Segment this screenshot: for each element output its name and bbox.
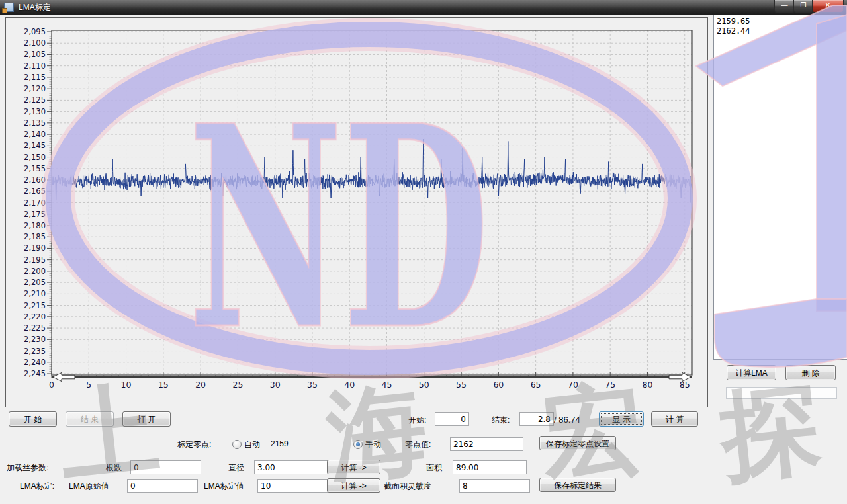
svg-text:2,195: 2,195: [24, 255, 46, 265]
svg-text:20: 20: [195, 380, 206, 390]
svg-text:2,160: 2,160: [24, 175, 46, 185]
lma-calib-label: LMA标定:: [20, 481, 54, 492]
chart-panel: 2,0952,1002,1052,1102,1152,1202,1252,130…: [5, 17, 708, 407]
svg-text:2,135: 2,135: [24, 118, 46, 128]
save-zero-settings-button[interactable]: 保存标定零点设置: [539, 436, 616, 450]
svg-text:2,130: 2,130: [24, 107, 46, 116]
list-item[interactable]: 2159.65: [717, 17, 847, 26]
svg-text:2,225: 2,225: [24, 323, 46, 333]
diameter-label: 直径: [228, 462, 244, 474]
svg-text:2,215: 2,215: [24, 301, 46, 310]
open-button[interactable]: 打 开: [122, 411, 171, 427]
start-pos-label: 开始:: [408, 415, 426, 426]
svg-text:2,150: 2,150: [24, 153, 46, 162]
svg-text:2,190: 2,190: [24, 243, 46, 253]
auto-radio[interactable]: [232, 440, 242, 449]
svg-text:15: 15: [158, 380, 169, 390]
zero-point-label: 标定零点:: [177, 439, 211, 450]
calc-button[interactable]: 计 算: [651, 411, 698, 427]
wire-count-label: 根数: [106, 462, 122, 474]
svg-text:10: 10: [121, 380, 132, 390]
close-button[interactable]: ✕: [812, 0, 844, 13]
delete-button[interactable]: 删 除: [785, 365, 836, 380]
svg-text:25: 25: [232, 380, 243, 390]
svg-text:75: 75: [605, 380, 615, 390]
svg-text:2,200: 2,200: [24, 267, 46, 276]
svg-text:2,120: 2,120: [24, 84, 46, 93]
svg-text:50: 50: [419, 380, 429, 390]
svg-text:55: 55: [456, 380, 467, 390]
svg-text:2,170: 2,170: [24, 198, 46, 208]
svg-text:35: 35: [307, 380, 318, 390]
svg-text:2,165: 2,165: [24, 187, 46, 196]
start-button[interactable]: 开 始: [9, 411, 57, 427]
minimize-icon: —: [781, 1, 788, 9]
wire-params-label: 加载丝参数:: [7, 462, 48, 474]
calc-area-button[interactable]: 计算 ->: [327, 460, 380, 474]
lma-calib-input[interactable]: [257, 479, 328, 493]
svg-text:0: 0: [49, 380, 54, 390]
svg-text:2,140: 2,140: [24, 130, 46, 139]
svg-text:2,115: 2,115: [24, 73, 46, 82]
lma-orig-label: LMA原始值: [69, 481, 109, 492]
area-label: 面积: [426, 462, 442, 474]
svg-text:2,105: 2,105: [24, 50, 46, 59]
close-icon: ✕: [825, 1, 830, 9]
zero-value-label: 零点值:: [405, 439, 431, 450]
svg-text:45: 45: [382, 380, 392, 390]
diameter-input[interactable]: [254, 460, 328, 474]
sensitivity-label: 截面积灵敏度: [384, 481, 431, 492]
svg-text:2,110: 2,110: [24, 62, 46, 71]
manual-radio-label[interactable]: 手动: [365, 439, 381, 450]
wire-count-input[interactable]: [130, 460, 201, 474]
svg-text:65: 65: [531, 380, 541, 390]
save-calib-result-button[interactable]: 保存标定结果: [539, 478, 616, 492]
end-pos-label: 结束:: [492, 415, 510, 426]
lma-orig-input[interactable]: [127, 479, 198, 493]
svg-text:70: 70: [568, 380, 578, 390]
auto-zero-value: 2159: [271, 439, 289, 448]
svg-text:2,145: 2,145: [24, 141, 46, 150]
svg-text:2,095: 2,095: [24, 27, 46, 36]
svg-text:5: 5: [86, 380, 91, 390]
svg-text:2,220: 2,220: [24, 312, 46, 321]
show-button[interactable]: 显 示: [599, 411, 644, 427]
signal-chart[interactable]: 2,0952,1002,1052,1102,1152,1202,1252,130…: [6, 18, 706, 405]
auto-radio-label[interactable]: 自动: [244, 439, 260, 450]
result-output-field[interactable]: [726, 387, 837, 399]
svg-text:60: 60: [493, 380, 504, 390]
manual-radio[interactable]: [353, 440, 363, 449]
area-input[interactable]: [453, 460, 527, 474]
start-pos-input[interactable]: [435, 412, 469, 426]
svg-text:2,230: 2,230: [24, 335, 46, 344]
calc-lma-button[interactable]: 计算LMA: [727, 365, 776, 380]
svg-text:2,155: 2,155: [24, 164, 46, 173]
app-icon: [4, 3, 14, 12]
svg-text:2,210: 2,210: [24, 289, 46, 298]
zero-value-input[interactable]: [450, 437, 523, 451]
svg-text:2,180: 2,180: [24, 221, 46, 230]
calc-lma-row-button[interactable]: 计算 ->: [327, 478, 380, 493]
svg-text:2,205: 2,205: [24, 278, 46, 287]
svg-text:2,185: 2,185: [24, 232, 46, 241]
list-item[interactable]: 2162.44: [717, 26, 847, 36]
svg-text:2,245: 2,245: [24, 369, 46, 378]
title-bar: LMA标定 — ❐ ✕: [0, 0, 847, 15]
end-pos-input[interactable]: [519, 412, 554, 426]
window-title: LMA标定: [19, 2, 51, 13]
lma-calib-value-label: LMA标定值: [204, 481, 244, 492]
svg-text:2,125: 2,125: [24, 95, 46, 105]
measurement-list[interactable]: 2159.652162.44: [713, 15, 847, 360]
maximize-button[interactable]: ❐: [793, 0, 813, 13]
svg-text:2,100: 2,100: [24, 38, 46, 48]
svg-text:30: 30: [270, 380, 281, 390]
svg-text:40: 40: [344, 380, 355, 390]
minimize-button[interactable]: —: [774, 0, 795, 13]
total-length-text: / 86.74: [554, 415, 580, 425]
stop-button: 结 束: [66, 411, 114, 427]
maximize-icon: ❐: [801, 1, 807, 9]
svg-text:80: 80: [643, 380, 653, 390]
svg-text:85: 85: [680, 380, 690, 390]
svg-text:2,240: 2,240: [24, 358, 46, 367]
sensitivity-input[interactable]: [459, 479, 530, 493]
